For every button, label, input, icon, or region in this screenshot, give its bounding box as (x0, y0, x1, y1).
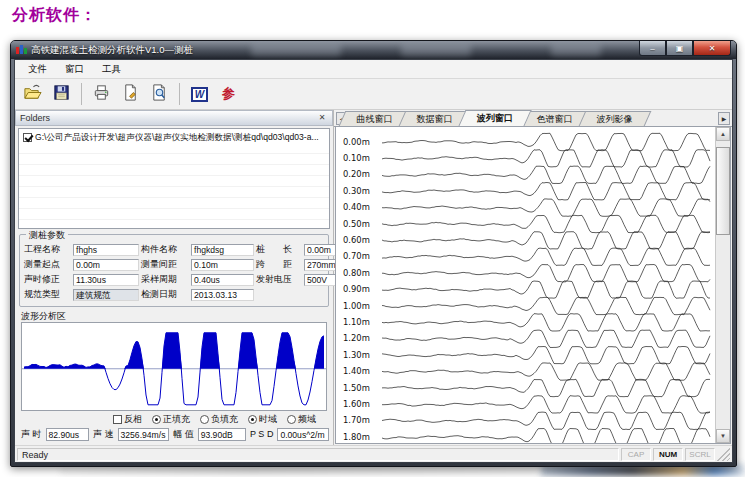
menu-item-0[interactable]: 文件 (19, 61, 56, 78)
readout-label-1: 声 速 (93, 428, 114, 441)
tree-row (19, 187, 329, 198)
left-pane: Folders ✕ G:\公司产品设计开发\超声仪器\超声仪实地检 (15, 110, 334, 445)
resize-grip[interactable] (717, 448, 730, 461)
param-value-0-1[interactable]: fhgkdsg (191, 244, 254, 256)
tab-2[interactable]: 波列窗口 (458, 110, 531, 126)
readout-value-3[interactable]: 0.00us^2/m (277, 428, 329, 441)
depth-label-2: 0.20m (343, 169, 370, 179)
depth-label-9: 0.90m (343, 284, 370, 294)
depth-label-14: 1.40m (343, 366, 370, 376)
pile-parameters-grid: 工程名称fhghs构件名称fhgkdsg桩 长0.00m测量起点0.00m测量间… (24, 242, 324, 302)
toolbar-separator (81, 83, 82, 105)
status-indicator-scrl: SCRL (685, 448, 715, 461)
depth-label-11: 1.10m (343, 317, 370, 327)
dataset-checkbox[interactable] (23, 133, 32, 142)
menu-item-2[interactable]: 工具 (93, 61, 130, 78)
readout-label-2: 幅 值 (173, 428, 194, 441)
param-value-2-0[interactable]: 11.30us (73, 274, 139, 286)
param-value-1-0[interactable]: 0.00m (73, 259, 139, 271)
wave-trace-7 (382, 248, 710, 265)
vertical-scrollbar[interactable]: ▲ ▼ (715, 127, 730, 443)
wave-trace-2 (382, 166, 710, 183)
print-button[interactable] (88, 82, 115, 107)
application-window: 高铁建混凝土检测分析软件V1.0—测桩 – ▣ ✕ 文件窗口工具 W参 Fold… (10, 40, 737, 467)
param-label-0-0: 工程名称 (24, 243, 71, 256)
tree-row (19, 165, 329, 176)
domain-radio-0[interactable]: 时域 (248, 413, 277, 426)
fill-radio-1[interactable]: 负填充 (200, 413, 238, 426)
toolbar: W参 (15, 79, 732, 110)
depth-label-1: 0.10m (343, 153, 370, 163)
param-value-3-1[interactable]: 2013.03.13 (191, 289, 254, 301)
wave-trace-5 (382, 215, 710, 232)
titlebar-glass-blob (401, 43, 471, 56)
save-button[interactable] (48, 82, 75, 107)
readout-value-0[interactable]: 82.90us (46, 428, 89, 441)
wave-trace-16 (382, 396, 710, 413)
readout-value-1[interactable]: 3256.94m/s (118, 428, 170, 441)
tab-label-3: 色谱窗口 (537, 113, 573, 126)
domain-radio-label-0: 时域 (259, 413, 277, 426)
readout-value-2[interactable]: 93.90dB (198, 428, 246, 441)
domain-radio-1[interactable]: 频域 (287, 413, 316, 426)
tree-row (19, 143, 329, 154)
save-floppy-icon (52, 83, 71, 105)
title-bar[interactable]: 高铁建混凝土检测分析软件V1.0—测桩 – ▣ ✕ (11, 41, 736, 59)
fill-radio-icon-0[interactable] (152, 415, 161, 424)
depth-label-7: 0.70m (343, 251, 370, 261)
wave-trace-12 (382, 330, 710, 347)
param-value-3-0[interactable]: 建筑规范 (73, 289, 139, 301)
print-setup-button[interactable] (117, 82, 144, 107)
menu-item-1[interactable]: 窗口 (56, 61, 93, 78)
print-preview-button[interactable] (146, 82, 173, 107)
scrollbar-thumb[interactable] (716, 147, 730, 235)
close-button[interactable]: ✕ (693, 41, 731, 56)
main-area: Folders ✕ G:\公司产品设计开发\超声仪器\超声仪实地检 (15, 110, 732, 445)
wave-trace-13 (382, 347, 710, 364)
window-controls: – ▣ ✕ (639, 41, 731, 56)
depth-label-16: 1.60m (343, 399, 370, 409)
fill-radio-icon-1[interactable] (200, 415, 209, 424)
param-value-0-0[interactable]: fhghs (73, 244, 139, 256)
folders-tree[interactable]: G:\公司产品设计开发\超声仪器\超声仪实地检测数据\测桩qd\qd03\qd0… (18, 128, 330, 230)
open-file-button[interactable] (19, 82, 46, 107)
param-value-2-1[interactable]: 0.40us (191, 274, 254, 286)
wave-trace-11 (382, 314, 710, 331)
tab-4[interactable]: 波列影像 (579, 111, 652, 126)
titlebar-glass-blob (551, 43, 601, 56)
folders-panel-title: Folders (20, 113, 316, 123)
domain-radio-icon-0[interactable] (248, 415, 257, 424)
domain-radio-icon-1[interactable] (287, 415, 296, 424)
param-label-0-2: 桩 长 (256, 243, 302, 256)
wave-train-view[interactable]: 0.00m0.10m0.20m0.30m0.40m0.50m0.60m0.70m… (335, 127, 731, 444)
scroll-up-icon[interactable]: ▲ (716, 127, 730, 141)
param-label-1-2: 跨 距 (256, 258, 302, 271)
wave-trace-9 (382, 281, 710, 298)
scroll-down-icon[interactable]: ▼ (716, 429, 730, 443)
waveform-analysis-title: 波形分析区 (21, 310, 333, 321)
param-label-2-0: 声时修正 (24, 273, 71, 286)
depth-label-6: 0.60m (343, 235, 370, 245)
menu-bar: 文件窗口工具 (15, 60, 732, 79)
invert-checkbox[interactable] (113, 415, 122, 424)
word-export-button[interactable]: W (186, 82, 213, 107)
waveform-analysis-plot[interactable] (21, 322, 327, 412)
depth-label-15: 1.50m (343, 383, 370, 393)
word-icon: W (191, 87, 208, 102)
scrollbar-track[interactable] (716, 141, 730, 429)
tab-scroll-right-icon[interactable]: ▶ (718, 112, 730, 125)
parameters-button[interactable]: 参 (215, 82, 242, 107)
minimize-button[interactable]: – (639, 41, 666, 56)
status-text: Ready (17, 448, 619, 461)
param-label-3-0: 规范类型 (24, 288, 71, 301)
fill-radio-0[interactable]: 正填充 (152, 413, 190, 426)
param-value-1-1[interactable]: 0.10m (191, 259, 254, 271)
tree-item-dataset[interactable]: G:\公司产品设计开发\超声仪器\超声仪实地检测数据\测桩qd\qd03\qd0… (23, 132, 319, 144)
readouts-row: 声 时82.90us声 速3256.94m/s幅 值93.90dBP S D0.… (15, 428, 333, 445)
pile-parameters-group: 测桩参数 工程名称fhghs构件名称fhgkdsg桩 长0.00m测量起点0.0… (19, 234, 329, 306)
folders-close-icon[interactable]: ✕ (316, 113, 328, 122)
param-label-1-1: 测量间距 (141, 258, 189, 271)
param-label-3-1: 检测日期 (141, 288, 189, 301)
maximize-button[interactable]: ▣ (666, 41, 693, 56)
folders-panel-header[interactable]: Folders ✕ (15, 110, 333, 126)
